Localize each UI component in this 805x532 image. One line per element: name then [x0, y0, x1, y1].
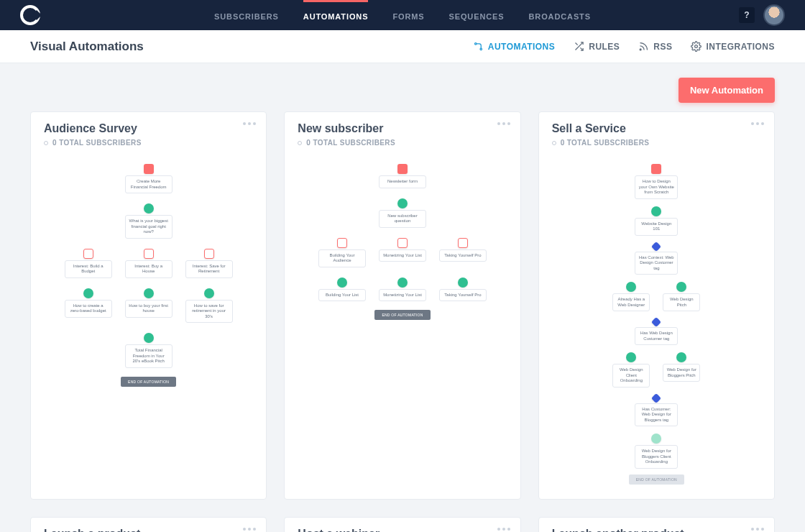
flow-preview: How to Design your Own Website from Scra…	[552, 162, 761, 485]
automation-card[interactable]: New subscriber 0 TOTAL SUBSCRIBERS Newsl…	[284, 111, 520, 500]
flow-preview: Newsletter form New subscriber question …	[298, 162, 507, 320]
subheader: Visual Automations AUTOMATIONS RULES RSS…	[0, 30, 805, 63]
rss-icon	[638, 41, 649, 52]
end-badge: END OF AUTOMATION	[121, 377, 176, 387]
subnav-rss[interactable]: RSS	[638, 41, 672, 52]
subnav-integrations[interactable]: INTEGRATIONS	[691, 41, 775, 52]
nav-subscribers[interactable]: SUBSCRIBERS	[214, 0, 279, 30]
subnav-item-label: RSS	[653, 42, 672, 52]
card-menu-icon[interactable]	[497, 122, 510, 125]
new-automation-button[interactable]: New Automation	[678, 78, 775, 103]
subnav-item-label: INTEGRATIONS	[706, 42, 775, 52]
automation-card[interactable]: Sell a Service 0 TOTAL SUBSCRIBERS How t…	[538, 111, 775, 500]
svg-point-2	[640, 49, 642, 50]
automation-card[interactable]: Launch a product 0 TOTAL SUBSCRIBERS Int…	[30, 517, 267, 533]
avatar[interactable]	[763, 4, 785, 26]
automation-card[interactable]: Audience Survey 0 TOTAL SUBSCRIBERS Crea…	[30, 111, 267, 500]
flow-preview: Create More Financial Freedom What is yo…	[44, 162, 253, 387]
gear-icon	[691, 41, 702, 52]
automation-card[interactable]: Host a webinar 0 TOTAL SUBSCRIBERS Webin…	[284, 517, 520, 533]
svg-point-0	[474, 43, 477, 45]
automation-card[interactable]: Launch another product 0 TOTAL SUBSCRIBE…	[538, 517, 775, 533]
help-button[interactable]: ?	[739, 7, 755, 23]
nav-broadcasts[interactable]: BROADCASTS	[529, 0, 591, 30]
logo-icon[interactable]	[20, 5, 40, 25]
nav-automations[interactable]: AUTOMATIONS	[303, 0, 369, 30]
page-title: Visual Automations	[30, 40, 144, 54]
card-title: New subscriber	[298, 122, 507, 135]
toolbar: New Automation	[0, 63, 805, 104]
subnav-automations[interactable]: AUTOMATIONS	[473, 41, 556, 52]
top-nav: SUBSCRIBERS AUTOMATIONS FORMS SEQUENCES …	[0, 0, 805, 30]
card-menu-icon[interactable]	[243, 122, 256, 125]
nav-links: SUBSCRIBERS AUTOMATIONS FORMS SEQUENCES …	[0, 0, 805, 30]
subnav-item-label: RULES	[589, 42, 620, 52]
card-title: Launch a product	[44, 528, 253, 533]
automation-grid: Audience Survey 0 TOTAL SUBSCRIBERS Crea…	[0, 104, 805, 532]
nav-right: ?	[739, 4, 785, 26]
card-menu-icon[interactable]	[497, 528, 510, 531]
subnav: AUTOMATIONS RULES RSS INTEGRATIONS	[473, 41, 775, 52]
nav-forms[interactable]: FORMS	[392, 0, 424, 30]
card-menu-icon[interactable]	[243, 528, 256, 531]
svg-point-3	[695, 45, 698, 48]
card-menu-icon[interactable]	[751, 528, 764, 531]
subnav-rules[interactable]: RULES	[574, 41, 620, 52]
shuffle-icon	[574, 41, 584, 52]
card-subscribers: 0 TOTAL SUBSCRIBERS	[552, 139, 761, 147]
card-title: Launch another product	[552, 528, 761, 533]
card-subscribers: 0 TOTAL SUBSCRIBERS	[298, 139, 507, 147]
path-icon	[473, 41, 484, 52]
card-title: Sell a Service	[552, 122, 761, 135]
svg-point-1	[480, 48, 482, 50]
subnav-item-label: AUTOMATIONS	[488, 42, 556, 52]
end-badge: END OF AUTOMATION	[374, 310, 430, 320]
nav-sequences[interactable]: SEQUENCES	[449, 0, 505, 30]
card-menu-icon[interactable]	[751, 122, 764, 125]
end-badge: END OF AUTOMATION	[629, 474, 684, 485]
card-title: Host a webinar	[298, 528, 507, 533]
card-title: Audience Survey	[44, 122, 253, 135]
card-subscribers: 0 TOTAL SUBSCRIBERS	[44, 139, 253, 147]
